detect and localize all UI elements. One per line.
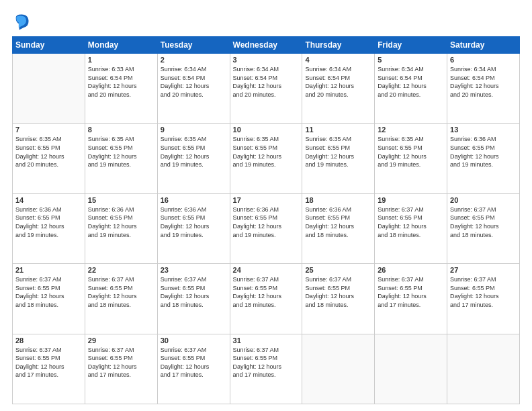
day-number-6: 6 <box>450 56 517 64</box>
day-info-2: Sunrise: 6:34 AM Sunset: 6:54 PM Dayligh… <box>161 65 227 99</box>
day-info-7: Sunrise: 6:35 AM Sunset: 6:55 PM Dayligh… <box>15 135 82 169</box>
day-info-8: Sunrise: 6:35 AM Sunset: 6:55 PM Dayligh… <box>88 135 154 169</box>
day-number-14: 14 <box>15 196 82 204</box>
calendar-week-1: 1Sunrise: 6:33 AM Sunset: 6:54 PM Daylig… <box>13 54 520 124</box>
day-info-19: Sunrise: 6:37 AM Sunset: 6:55 PM Dayligh… <box>378 205 444 239</box>
day-number-17: 17 <box>233 196 300 204</box>
day-info-24: Sunrise: 6:37 AM Sunset: 6:55 PM Dayligh… <box>233 275 300 309</box>
day-info-1: Sunrise: 6:33 AM Sunset: 6:54 PM Dayligh… <box>88 65 154 99</box>
day-number-31: 31 <box>233 336 300 345</box>
calendar-cell-24: 24Sunrise: 6:37 AM Sunset: 6:55 PM Dayli… <box>230 264 302 334</box>
calendar-cell-5: 5Sunrise: 6:34 AM Sunset: 6:54 PM Daylig… <box>375 54 447 124</box>
day-number-21: 21 <box>15 266 82 274</box>
day-number-4: 4 <box>305 56 371 64</box>
calendar-cell-34 <box>447 334 520 404</box>
calendar-week-4: 21Sunrise: 6:37 AM Sunset: 6:55 PM Dayli… <box>13 264 520 334</box>
calendar-cell-2: 2Sunrise: 6:34 AM Sunset: 6:54 PM Daylig… <box>157 54 230 124</box>
day-number-8: 8 <box>88 126 154 134</box>
day-info-12: Sunrise: 6:35 AM Sunset: 6:55 PM Dayligh… <box>378 135 444 169</box>
day-number-28: 28 <box>15 336 82 345</box>
calendar-week-5: 28Sunrise: 6:37 AM Sunset: 6:55 PM Dayli… <box>13 334 520 404</box>
calendar-cell-26: 26Sunrise: 6:37 AM Sunset: 6:55 PM Dayli… <box>375 264 447 334</box>
day-info-16: Sunrise: 6:36 AM Sunset: 6:55 PM Dayligh… <box>161 205 227 239</box>
day-number-25: 25 <box>305 266 371 274</box>
day-number-22: 22 <box>88 266 154 274</box>
calendar-cell-11: 11Sunrise: 6:35 AM Sunset: 6:55 PM Dayli… <box>302 124 375 193</box>
day-info-29: Sunrise: 6:37 AM Sunset: 6:55 PM Dayligh… <box>88 346 154 379</box>
calendar-cell-31: 31Sunrise: 6:37 AM Sunset: 6:55 PM Dayli… <box>230 334 302 404</box>
calendar-cell-18: 18Sunrise: 6:36 AM Sunset: 6:55 PM Dayli… <box>302 193 375 263</box>
calendar-cell-9: 9Sunrise: 6:35 AM Sunset: 6:55 PM Daylig… <box>157 124 230 193</box>
day-info-11: Sunrise: 6:35 AM Sunset: 6:55 PM Dayligh… <box>305 135 371 169</box>
calendar-cell-12: 12Sunrise: 6:35 AM Sunset: 6:55 PM Dayli… <box>375 124 447 193</box>
day-info-4: Sunrise: 6:34 AM Sunset: 6:54 PM Dayligh… <box>305 65 371 99</box>
day-info-27: Sunrise: 6:37 AM Sunset: 6:55 PM Dayligh… <box>450 275 517 309</box>
day-number-5: 5 <box>378 56 444 64</box>
calendar-cell-30: 30Sunrise: 6:37 AM Sunset: 6:55 PM Dayli… <box>157 334 230 404</box>
calendar-cell-20: 20Sunrise: 6:37 AM Sunset: 6:55 PM Dayli… <box>447 193 520 263</box>
day-number-27: 27 <box>450 266 517 274</box>
day-info-6: Sunrise: 6:34 AM Sunset: 6:54 PM Dayligh… <box>450 65 517 99</box>
day-info-30: Sunrise: 6:37 AM Sunset: 6:55 PM Dayligh… <box>161 346 227 379</box>
day-info-5: Sunrise: 6:34 AM Sunset: 6:54 PM Dayligh… <box>378 65 444 99</box>
calendar-cell-28: 28Sunrise: 6:37 AM Sunset: 6:55 PM Dayli… <box>13 334 85 404</box>
day-info-10: Sunrise: 6:35 AM Sunset: 6:55 PM Dayligh… <box>233 135 300 169</box>
calendar-cell-1: 1Sunrise: 6:33 AM Sunset: 6:54 PM Daylig… <box>85 54 157 124</box>
calendar-cell-15: 15Sunrise: 6:36 AM Sunset: 6:55 PM Dayli… <box>85 193 157 263</box>
calendar-cell-0 <box>13 54 85 124</box>
day-number-26: 26 <box>378 266 444 274</box>
day-number-3: 3 <box>233 56 300 64</box>
calendar-cell-4: 4Sunrise: 6:34 AM Sunset: 6:54 PM Daylig… <box>302 54 375 124</box>
day-number-24: 24 <box>233 266 300 274</box>
calendar-cell-6: 6Sunrise: 6:34 AM Sunset: 6:54 PM Daylig… <box>447 54 520 124</box>
calendar-cell-23: 23Sunrise: 6:37 AM Sunset: 6:55 PM Dayli… <box>157 264 230 334</box>
calendar-cell-17: 17Sunrise: 6:36 AM Sunset: 6:55 PM Dayli… <box>230 193 302 263</box>
calendar-cell-19: 19Sunrise: 6:37 AM Sunset: 6:55 PM Dayli… <box>375 193 447 263</box>
logo <box>12 12 34 31</box>
calendar-cell-32 <box>302 334 375 404</box>
day-number-10: 10 <box>233 126 300 134</box>
calendar-cell-13: 13Sunrise: 6:36 AM Sunset: 6:55 PM Dayli… <box>447 124 520 193</box>
day-info-20: Sunrise: 6:37 AM Sunset: 6:55 PM Dayligh… <box>450 205 517 239</box>
weekday-header-thursday: Thursday <box>302 37 375 54</box>
day-info-14: Sunrise: 6:36 AM Sunset: 6:55 PM Dayligh… <box>15 205 82 239</box>
day-number-11: 11 <box>305 126 371 134</box>
calendar-week-3: 14Sunrise: 6:36 AM Sunset: 6:55 PM Dayli… <box>13 193 520 263</box>
day-number-18: 18 <box>305 196 371 204</box>
day-info-28: Sunrise: 6:37 AM Sunset: 6:55 PM Dayligh… <box>15 346 82 379</box>
day-info-3: Sunrise: 6:34 AM Sunset: 6:54 PM Dayligh… <box>233 65 300 99</box>
day-number-20: 20 <box>450 196 517 204</box>
day-number-23: 23 <box>161 266 227 274</box>
day-info-13: Sunrise: 6:36 AM Sunset: 6:55 PM Dayligh… <box>450 135 517 169</box>
day-number-12: 12 <box>378 126 444 134</box>
day-number-16: 16 <box>161 196 227 204</box>
day-info-15: Sunrise: 6:36 AM Sunset: 6:55 PM Dayligh… <box>88 205 154 239</box>
calendar-cell-3: 3Sunrise: 6:34 AM Sunset: 6:54 PM Daylig… <box>230 54 302 124</box>
day-info-22: Sunrise: 6:37 AM Sunset: 6:55 PM Dayligh… <box>88 275 154 309</box>
logo-icon <box>12 12 31 31</box>
day-number-19: 19 <box>378 196 444 204</box>
day-number-15: 15 <box>88 196 154 204</box>
calendar-cell-29: 29Sunrise: 6:37 AM Sunset: 6:55 PM Dayli… <box>85 334 157 404</box>
calendar-cell-8: 8Sunrise: 6:35 AM Sunset: 6:55 PM Daylig… <box>85 124 157 193</box>
day-info-23: Sunrise: 6:37 AM Sunset: 6:55 PM Dayligh… <box>161 275 227 309</box>
day-number-13: 13 <box>450 126 517 134</box>
calendar-cell-25: 25Sunrise: 6:37 AM Sunset: 6:55 PM Dayli… <box>302 264 375 334</box>
day-info-26: Sunrise: 6:37 AM Sunset: 6:55 PM Dayligh… <box>378 275 444 309</box>
weekday-header-saturday: Saturday <box>447 37 520 54</box>
day-info-21: Sunrise: 6:37 AM Sunset: 6:55 PM Dayligh… <box>15 275 82 309</box>
calendar-cell-14: 14Sunrise: 6:36 AM Sunset: 6:55 PM Dayli… <box>13 193 85 263</box>
calendar-cell-7: 7Sunrise: 6:35 AM Sunset: 6:55 PM Daylig… <box>13 124 85 193</box>
day-number-29: 29 <box>88 336 154 345</box>
calendar-cell-22: 22Sunrise: 6:37 AM Sunset: 6:55 PM Dayli… <box>85 264 157 334</box>
calendar-cell-21: 21Sunrise: 6:37 AM Sunset: 6:55 PM Dayli… <box>13 264 85 334</box>
day-info-9: Sunrise: 6:35 AM Sunset: 6:55 PM Dayligh… <box>161 135 227 169</box>
page: SundayMondayTuesdayWednesdayThursdayFrid… <box>0 0 532 411</box>
weekday-header-wednesday: Wednesday <box>230 37 302 54</box>
day-info-18: Sunrise: 6:36 AM Sunset: 6:55 PM Dayligh… <box>305 205 371 239</box>
weekday-header-row: SundayMondayTuesdayWednesdayThursdayFrid… <box>13 37 520 54</box>
weekday-header-friday: Friday <box>375 37 447 54</box>
weekday-header-sunday: Sunday <box>13 37 85 54</box>
calendar-cell-27: 27Sunrise: 6:37 AM Sunset: 6:55 PM Dayli… <box>447 264 520 334</box>
day-info-17: Sunrise: 6:36 AM Sunset: 6:55 PM Dayligh… <box>233 205 300 239</box>
